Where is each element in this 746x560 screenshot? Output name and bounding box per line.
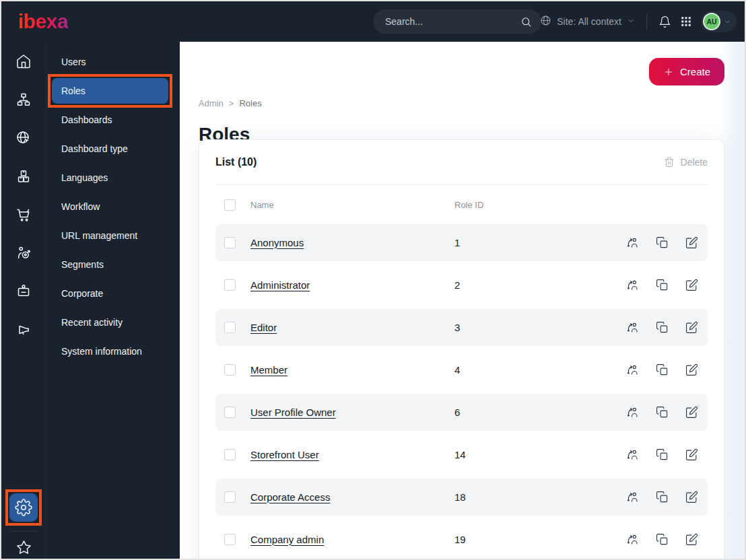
copy-icon[interactable]: [656, 363, 669, 376]
notifications-bell-icon[interactable]: [658, 15, 671, 28]
site-context-label: Site: All context: [557, 16, 621, 27]
role-name-link[interactable]: Corporate Access: [250, 491, 330, 503]
chevron-down-icon: [724, 18, 731, 26]
copy-icon[interactable]: [656, 406, 669, 419]
copy-icon[interactable]: [656, 321, 669, 334]
app-window: ibexa Site: All context: [0, 0, 746, 560]
sidebar-item-label: Users: [61, 57, 86, 67]
avatar[interactable]: AU: [703, 13, 720, 30]
role-name-link[interactable]: Company admin: [250, 534, 324, 545]
row-checkbox[interactable]: [224, 237, 236, 248]
edit-icon[interactable]: [685, 279, 698, 291]
assign-users-icon[interactable]: [626, 406, 639, 419]
create-button-label: Create: [680, 66, 710, 77]
edit-icon[interactable]: [685, 533, 698, 546]
copy-icon[interactable]: [656, 448, 669, 461]
role-name-link[interactable]: Administrator: [250, 279, 310, 291]
role-id-value: 4: [454, 364, 621, 376]
assign-users-icon[interactable]: [626, 279, 639, 291]
role-name-link[interactable]: Storefront User: [250, 449, 319, 460]
edit-icon[interactable]: [685, 406, 698, 419]
row-checkbox[interactable]: [224, 279, 236, 291]
assign-users-icon[interactable]: [626, 321, 639, 334]
topbar-right: Site: All context AU: [540, 1, 737, 42]
sidebar-item-label: System information: [61, 346, 142, 357]
copy-icon[interactable]: [656, 491, 669, 503]
assign-users-icon[interactable]: [626, 363, 639, 376]
assign-users-icon[interactable]: [626, 533, 639, 546]
table-row: Editor 3: [215, 309, 708, 346]
assign-users-icon[interactable]: [626, 491, 639, 503]
edit-icon[interactable]: [685, 236, 698, 249]
star-icon[interactable]: [16, 540, 32, 555]
edit-icon[interactable]: [685, 491, 698, 503]
sidebar-item-system-information[interactable]: System information: [52, 339, 168, 364]
search-icon[interactable]: [520, 16, 532, 28]
create-button[interactable]: Create: [649, 58, 724, 85]
sidebar-item-roles[interactable]: Roles: [52, 78, 168, 104]
row-checkbox[interactable]: [224, 364, 236, 376]
sidebar-item-corporate[interactable]: Corporate: [52, 281, 168, 306]
sidebar-item-languages[interactable]: Languages: [52, 165, 168, 190]
topbar-divider: [646, 14, 647, 29]
sidebar-item-url-management[interactable]: URL management: [52, 223, 168, 248]
row-checkbox[interactable]: [224, 491, 236, 503]
copy-icon[interactable]: [656, 236, 669, 249]
assign-users-icon[interactable]: [626, 236, 639, 249]
role-name-link[interactable]: Member: [250, 364, 287, 376]
page-title: Roles: [199, 93, 250, 145]
role-id-value: 14: [454, 449, 621, 460]
sidebar-item-users[interactable]: Users: [52, 49, 168, 75]
row-checkbox[interactable]: [224, 534, 236, 545]
role-id-value: 19: [454, 534, 621, 545]
sidebar-item-label: Dashboards: [61, 114, 112, 125]
customer-badge-icon[interactable]: [15, 283, 32, 300]
copy-icon[interactable]: [656, 533, 669, 546]
copy-icon[interactable]: [656, 279, 669, 291]
search-input[interactable]: [385, 16, 520, 27]
user-menu[interactable]: AU: [701, 11, 737, 32]
topbar: ibexa Site: All context: [1, 1, 745, 42]
table-row: Corporate Access 18: [215, 479, 708, 516]
delete-button[interactable]: Delete: [664, 157, 708, 168]
edit-icon[interactable]: [685, 363, 698, 376]
admin-submenu: Users Roles Dashboards Dashboard type La…: [46, 42, 180, 560]
gear-icon: [15, 499, 32, 516]
role-name-link[interactable]: Anonymous: [250, 237, 304, 248]
role-name-link[interactable]: User Profile Owner: [250, 407, 336, 418]
site-context-selector[interactable]: Site: All context: [540, 15, 635, 28]
row-checkbox[interactable]: [224, 407, 236, 418]
select-all-checkbox[interactable]: [224, 199, 236, 211]
admin-settings-nav[interactable]: [9, 493, 38, 522]
content-tree-icon[interactable]: [15, 92, 32, 108]
product-boxes-icon[interactable]: [15, 168, 32, 184]
assign-users-icon[interactable]: [626, 448, 639, 461]
role-id-value: 6: [454, 407, 621, 418]
sidebar-item-segments[interactable]: Segments: [52, 252, 168, 277]
edit-icon[interactable]: [685, 448, 698, 461]
sidebar-item-dashboard-type[interactable]: Dashboard type: [52, 136, 168, 162]
trash-icon: [664, 157, 675, 168]
sidebar-item-recent-activity[interactable]: Recent activity: [52, 310, 168, 335]
megaphone-icon[interactable]: [15, 322, 32, 338]
home-icon[interactable]: [15, 53, 32, 69]
sidebar-item-label: Languages: [61, 172, 108, 183]
row-checkbox[interactable]: [224, 449, 236, 460]
app-grid-icon[interactable]: [680, 15, 692, 28]
column-header-role-id: Role ID: [454, 200, 621, 210]
sidebar-item-label: Recent activity: [61, 317, 123, 328]
sidebar-item-label: Dashboard type: [61, 143, 128, 154]
sidebar-item-workflow[interactable]: Workflow: [52, 194, 168, 219]
sidebar-item-label: Corporate: [61, 288, 103, 299]
sidebar-item-dashboards[interactable]: Dashboards: [52, 107, 168, 133]
site-globe-icon[interactable]: [15, 130, 32, 146]
table-row: Member 4: [215, 351, 708, 388]
personalization-icon[interactable]: [15, 245, 32, 261]
role-name-link[interactable]: Editor: [250, 322, 277, 333]
edit-icon[interactable]: [685, 321, 698, 334]
ibexa-logo: ibexa: [18, 10, 68, 33]
global-search[interactable]: [373, 9, 541, 34]
table-row: Storefront User 14: [215, 436, 708, 473]
row-checkbox[interactable]: [224, 322, 236, 333]
cart-icon[interactable]: [15, 207, 32, 223]
